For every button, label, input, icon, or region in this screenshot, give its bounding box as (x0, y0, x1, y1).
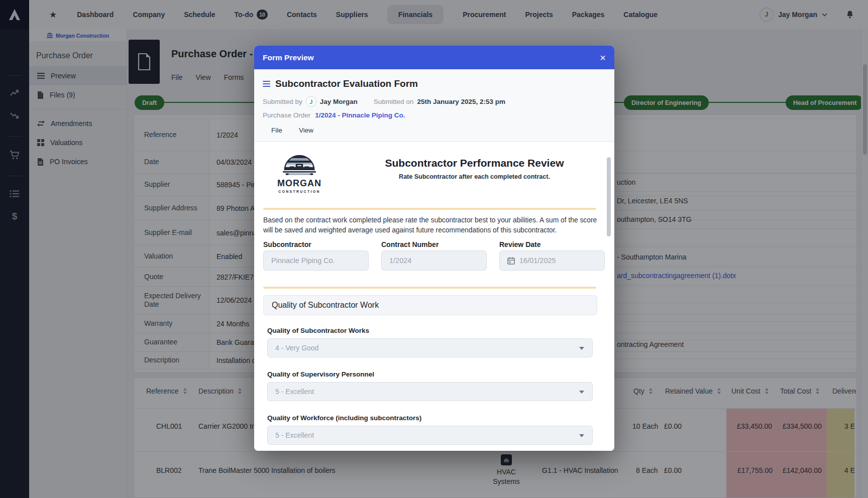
close-icon[interactable]: × (600, 53, 606, 63)
submitted-on-value: 25th January 2025, 2:53 pm (417, 98, 505, 105)
form-po-row: Purchase Order 1/2024 - Pinnacle Piping … (263, 111, 405, 119)
section-divider (263, 287, 596, 289)
submitter-avatar: J (306, 96, 316, 107)
submitter-name: Jay Morgan (320, 98, 358, 105)
form-submitted-row: Submitted by J Jay Morgan Submitted on 2… (263, 96, 505, 107)
question-select-value: 5 - Excellent (275, 431, 314, 439)
logo-subtext: CONSTRUCTION (274, 190, 324, 193)
modal-scrollbar-thumb[interactable] (607, 157, 611, 236)
tab-file[interactable]: File (271, 127, 282, 134)
review-subtitle: Rate Subcontractor after each completed … (355, 173, 594, 180)
modal-info: Subcontractor Evaluation Form Submitted … (254, 69, 614, 127)
section-divider (263, 208, 596, 210)
question-label-works: Quality of Subcontractor Works (267, 327, 369, 334)
subcontractor-input[interactable]: Pinnacle Piping Co. (263, 251, 369, 271)
section-title-quality: Quality of Subcontractor Work (263, 295, 597, 315)
contract-number-value: 1/2024 (389, 257, 411, 265)
form-title: Subcontractor Evaluation Form (275, 78, 418, 89)
field-label-review-date: Review Date (499, 240, 540, 248)
modal-tabs: File View (254, 127, 614, 142)
review-intro-text: Based on the contract work completed ple… (263, 215, 605, 236)
question-label-workforce: Quality of Workforce (including subcontr… (267, 414, 421, 422)
chevron-down-icon (579, 347, 584, 350)
question-select-value: 4 - Very Good (275, 344, 318, 352)
form-document: MORGAN CONSTRUCTION Subcontractor Perfor… (254, 142, 614, 451)
screen: ★ Dashboard Company Schedule To-do10 Con… (0, 0, 868, 498)
submitted-on-label: Submitted on (374, 98, 414, 105)
form-preview-modal: Form Preview × Subcontractor Evaluation … (254, 46, 614, 451)
field-label-subcontractor: Subcontractor (263, 240, 311, 248)
form-menu-icon[interactable] (263, 81, 270, 87)
calendar-icon (507, 257, 515, 265)
modal-title: Form Preview (263, 53, 314, 62)
submitted-by-label: Submitted by (263, 98, 302, 105)
review-date-value: 16/01/2025 (519, 257, 556, 265)
review-title: Subcontractor Performance Review (355, 157, 594, 169)
logo-wordmark: MORGAN (274, 178, 324, 189)
dome-logo-icon (276, 145, 322, 175)
tab-view[interactable]: View (299, 127, 313, 134)
review-date-input[interactable]: 16/01/2025 (499, 251, 605, 271)
chevron-down-icon (579, 434, 584, 437)
form-title-row: Subcontractor Evaluation Form (263, 78, 418, 89)
field-label-contract-number: Contract Number (381, 240, 439, 248)
modal-header: Form Preview × (254, 46, 614, 69)
contract-number-input[interactable]: 1/2024 (381, 251, 487, 271)
question-select-supervisory[interactable]: 5 - Excellent (267, 382, 593, 401)
subcontractor-value: Pinnacle Piping Co. (271, 257, 335, 265)
question-label-supervisory: Quality of Supervisory Personnel (267, 370, 374, 378)
question-select-value: 5 - Excellent (275, 388, 314, 396)
po-link[interactable]: 1/2024 - Pinnacle Piping Co. (315, 111, 405, 119)
po-label: Purchase Order (263, 111, 310, 119)
question-select-workforce[interactable]: 5 - Excellent (267, 426, 593, 445)
company-logo: MORGAN CONSTRUCTION (274, 145, 324, 193)
chevron-down-icon (579, 391, 584, 394)
question-select-works[interactable]: 4 - Very Good (267, 338, 593, 357)
